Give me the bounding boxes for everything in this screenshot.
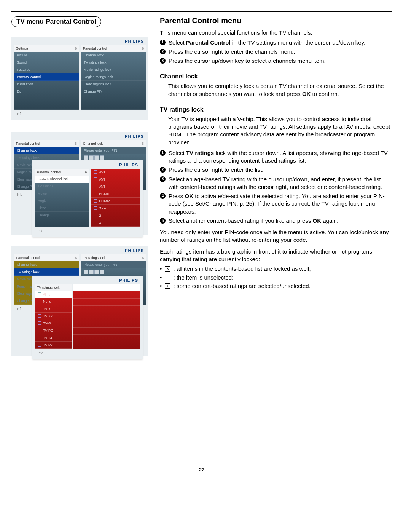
screenshot-channel-lock: PHILIPS Parental control6 Channel lock T… bbox=[11, 132, 148, 235]
tv-ratings-heading: TV ratings lock bbox=[160, 106, 392, 113]
box-x-icon: ✕ bbox=[165, 266, 170, 272]
screenshot-tv-ratings-lock: PHILIPS Parental control6 Channel lock T… bbox=[11, 246, 148, 356]
tv-ratings-steps: 1Select TV ratings lock with the cursor … bbox=[160, 149, 392, 225]
page-title: Parental Control menu bbox=[160, 16, 392, 25]
channel-lock-text: This allows you to completely lock a cer… bbox=[168, 82, 392, 98]
box-slash-icon: / bbox=[165, 283, 170, 289]
screenshot-settings-parental: PHILIPS Settings6 Picture Sound Features… bbox=[11, 37, 148, 120]
tv-ratings-after-2: Each ratings item has a box-graphic in f… bbox=[160, 248, 392, 264]
page-number: 22 bbox=[11, 467, 392, 473]
brand-logo: PHILIPS bbox=[14, 39, 146, 45]
intro-text: This menu can control special functions … bbox=[160, 29, 392, 37]
channel-lock-heading: Channel lock bbox=[160, 73, 392, 80]
box-empty-icon bbox=[165, 275, 170, 280]
intro-steps: 1Select Parental Control in the TV setti… bbox=[160, 39, 392, 65]
legend-list: • ✕ : all items in the contents-based li… bbox=[160, 265, 392, 291]
chapter-title: TV menu-Parental Control bbox=[11, 16, 101, 27]
tv-ratings-after-1: You need only enter your PIN-code once w… bbox=[160, 228, 392, 244]
tv-ratings-text: Your TV is equipped with a V-chip. This … bbox=[168, 115, 392, 146]
